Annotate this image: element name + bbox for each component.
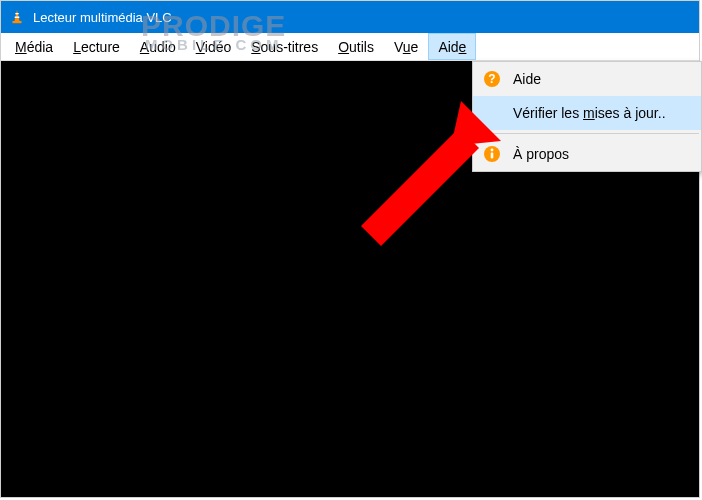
svg-rect-1 <box>15 13 18 14</box>
menu-media[interactable]: Média <box>5 33 63 60</box>
dropdown-label: Aide <box>513 71 541 87</box>
vlc-window: Lecteur multimédia VLC Média Lecture Aud… <box>0 0 700 498</box>
svg-rect-2 <box>15 17 20 19</box>
svg-rect-8 <box>491 153 494 159</box>
window-title: Lecteur multimédia VLC <box>33 10 172 25</box>
svg-point-7 <box>491 149 494 152</box>
info-icon <box>483 145 501 163</box>
titlebar: Lecteur multimédia VLC <box>1 1 699 33</box>
dropdown-item-aide[interactable]: ? Aide <box>473 62 701 96</box>
menu-sous-titres[interactable]: Sous-titres <box>241 33 328 60</box>
menu-lecture[interactable]: Lecture <box>63 33 130 60</box>
svg-marker-0 <box>15 10 20 21</box>
dropdown-separator <box>475 133 699 134</box>
help-dropdown: ? Aide Vérifier les mises à jour.. À pro… <box>472 61 702 172</box>
dropdown-item-verifier-maj[interactable]: Vérifier les mises à jour.. <box>473 96 701 130</box>
menu-outils[interactable]: Outils <box>328 33 384 60</box>
menu-aide[interactable]: Aide <box>428 33 476 60</box>
menu-audio[interactable]: Audio <box>130 33 186 60</box>
menu-vue[interactable]: Vue <box>384 33 428 60</box>
dropdown-label: À propos <box>513 146 569 162</box>
vlc-cone-icon <box>9 9 25 25</box>
menubar: Média Lecture Audio Vidéo Sous-titres Ou… <box>1 33 699 61</box>
svg-rect-3 <box>13 21 22 23</box>
menu-video[interactable]: Vidéo <box>186 33 242 60</box>
dropdown-item-apropos[interactable]: À propos <box>473 137 701 171</box>
dropdown-label: Vérifier les mises à jour.. <box>513 105 666 121</box>
svg-text:?: ? <box>488 72 495 86</box>
help-icon: ? <box>483 70 501 88</box>
